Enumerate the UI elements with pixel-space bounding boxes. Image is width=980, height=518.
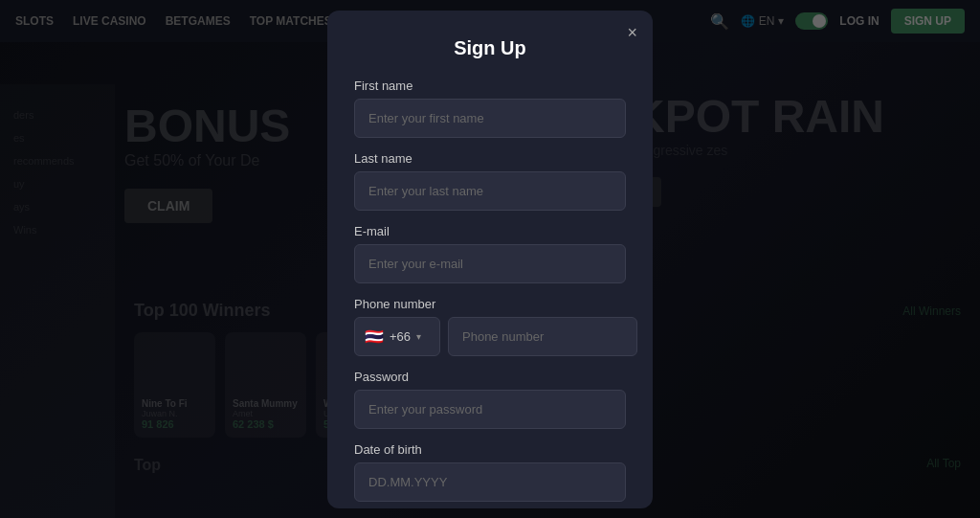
first-name-group: First name (354, 79, 626, 138)
first-name-input[interactable] (354, 99, 626, 138)
modal-overlay: Sign Up × First name Last name E-mail Ph… (0, 0, 980, 518)
last-name-group: Last name (354, 151, 626, 211)
first-name-label: First name (354, 79, 626, 93)
password-input[interactable] (354, 390, 626, 429)
signup-modal: Sign Up × First name Last name E-mail Ph… (327, 11, 653, 508)
phone-row: 🇹🇭 +66 ▾ (354, 317, 626, 356)
phone-group: Phone number 🇹🇭 +66 ▾ (354, 297, 626, 356)
modal-title: Sign Up (354, 37, 626, 59)
email-input[interactable] (354, 244, 626, 283)
email-group: E-mail (354, 224, 626, 283)
close-button[interactable]: × (627, 24, 637, 41)
country-code: +66 (390, 329, 411, 344)
dob-input[interactable] (354, 462, 626, 502)
dob-group: Date of birth (354, 442, 626, 502)
email-label: E-mail (354, 224, 626, 238)
password-group: Password (354, 370, 626, 429)
password-label: Password (354, 370, 626, 384)
dob-label: Date of birth (354, 442, 626, 457)
phone-label: Phone number (354, 297, 626, 311)
last-name-label: Last name (354, 151, 626, 166)
last-name-input[interactable] (354, 171, 626, 211)
country-selector[interactable]: 🇹🇭 +66 ▾ (354, 317, 440, 356)
country-flag: 🇹🇭 (365, 327, 384, 346)
chevron-down-icon: ▾ (416, 331, 421, 342)
phone-input[interactable] (448, 317, 637, 356)
